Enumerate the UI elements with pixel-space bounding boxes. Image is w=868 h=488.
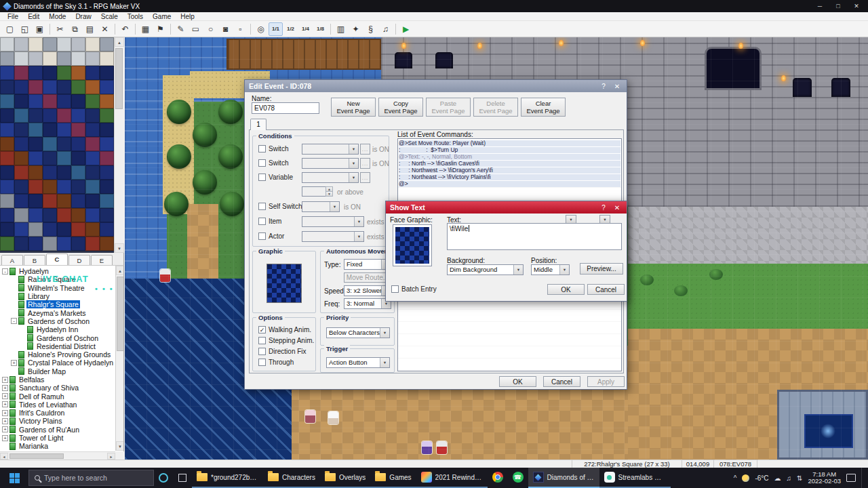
paste-event-page-button[interactable]: PasteEvent Page — [426, 98, 471, 117]
ok-button[interactable]: OK — [499, 376, 536, 387]
palette-tile[interactable] — [28, 222, 43, 237]
movement-type-select[interactable]: Fixed▼ — [344, 259, 391, 270]
map-tree-item-builder-map[interactable]: Builder Map — [0, 367, 114, 375]
cloud-icon[interactable]: ☁ — [774, 474, 781, 482]
palette-tile[interactable] — [0, 208, 14, 222]
palette-tile[interactable] — [100, 237, 114, 251]
palette-tile[interactable] — [43, 180, 57, 194]
map-tree-item-azeyma-s-markets[interactable]: Azeyma's Markets — [0, 308, 114, 317]
menu-help[interactable]: Help — [176, 13, 199, 20]
collapse-icon[interactable]: - — [11, 318, 17, 324]
new-event-page-button[interactable]: NewEvent Page — [331, 98, 376, 117]
palette-tile[interactable] — [100, 180, 114, 194]
palette-tile[interactable] — [100, 165, 114, 180]
map-tree-item-gardens-of-ru-aun[interactable]: +Gardens of Ru'Aun — [0, 426, 114, 434]
event-command-line[interactable]: @> — [399, 181, 620, 187]
condition-variable-2-select[interactable]: ▼ — [302, 172, 359, 183]
palette-tile[interactable] — [85, 151, 100, 165]
map-tree-item-marianka[interactable]: Marianka — [0, 442, 114, 450]
palette-tile[interactable] — [0, 137, 14, 151]
condition-variable-2-browse-button[interactable]: ... — [360, 172, 370, 183]
help-icon[interactable]: ? — [598, 204, 609, 211]
palette-tile[interactable] — [43, 37, 57, 52]
menu-game[interactable]: Game — [148, 13, 176, 20]
palette-tile[interactable] — [0, 123, 14, 137]
map-tree-item-tides-of-leviathan[interactable]: +Tides of Leviathan — [0, 401, 114, 409]
palette-tile[interactable] — [0, 108, 14, 123]
palette-tile[interactable] — [0, 37, 14, 52]
collapse-icon[interactable]: - — [2, 268, 8, 274]
palette-tile[interactable] — [28, 208, 43, 222]
condition-variable-2-checkbox[interactable]: Variable — [258, 174, 293, 181]
palette-tile[interactable] — [85, 137, 100, 151]
map-tree-item-tower-of-light[interactable]: +Tower of Light — [0, 434, 114, 442]
palette-tile[interactable] — [100, 66, 114, 80]
option-through-checkbox[interactable]: Through — [258, 359, 294, 366]
menu-edit[interactable]: Edit — [23, 13, 44, 20]
palette-tile[interactable] — [71, 151, 85, 165]
palette-tile[interactable] — [100, 108, 114, 123]
tileset-tab-d[interactable]: D — [68, 255, 90, 265]
option-walking-anim-checkbox[interactable]: ✓Walking Anim. — [258, 326, 311, 333]
cut-icon[interactable]: ✂ — [53, 22, 67, 36]
tileset-tiles[interactable] — [0, 37, 114, 253]
menu-draw[interactable]: Draw — [71, 13, 96, 20]
palette-tile[interactable] — [14, 208, 28, 222]
menu-scale[interactable]: Scale — [96, 13, 123, 20]
event-name-input[interactable]: EV078 — [252, 102, 319, 114]
rectangle-icon[interactable]: ▭ — [189, 22, 203, 36]
palette-tile[interactable] — [100, 94, 114, 108]
clear-event-page-button[interactable]: ClearEvent Page — [521, 98, 566, 117]
task-view-button[interactable] — [173, 468, 192, 488]
palette-tile[interactable] — [57, 52, 71, 66]
palette-tile[interactable] — [43, 52, 57, 66]
palette-tile[interactable] — [0, 180, 14, 194]
palette-tile[interactable] — [28, 237, 43, 251]
face-graphic-preview[interactable] — [393, 224, 432, 266]
palette-tile[interactable] — [57, 165, 71, 180]
scale-1-1-icon[interactable]: 1/1 — [269, 22, 283, 36]
palette-tile[interactable] — [14, 194, 28, 208]
palette-tile[interactable] — [14, 123, 28, 137]
paste-icon[interactable]: ▤ — [83, 22, 97, 36]
palette-tile[interactable] — [57, 151, 71, 165]
expand-icon[interactable]: + — [2, 435, 8, 441]
palette-tile[interactable] — [71, 108, 85, 123]
palette-tile[interactable] — [57, 37, 71, 52]
palette-tile[interactable] — [28, 165, 43, 180]
palette-tile[interactable] — [57, 180, 71, 194]
palette-scrollbar[interactable]: ▲ ▼ — [114, 37, 124, 253]
apply-button[interactable]: Apply — [587, 376, 625, 387]
show-desktop-button[interactable] — [861, 468, 864, 488]
map-event-sprite[interactable] — [305, 410, 315, 423]
cortana-button[interactable] — [154, 468, 173, 488]
taskbar-explorer-overlays[interactable]: Overlays — [320, 468, 370, 488]
palette-tile[interactable] — [43, 222, 57, 237]
map-tree-item-gardens-of-oschon[interactable]: Gardens of Oschon — [0, 333, 114, 342]
palette-tile[interactable] — [71, 37, 85, 52]
condition-actor-6-checkbox[interactable]: Actor — [258, 232, 284, 240]
palette-tile[interactable] — [28, 180, 43, 194]
scale-1-4-icon[interactable]: 1/4 — [298, 22, 313, 36]
tileset-palette[interactable]: ▲ ▼ — [0, 37, 124, 253]
event-graphic-preview[interactable] — [267, 264, 302, 303]
palette-tile[interactable] — [57, 80, 71, 94]
palette-tile[interactable] — [14, 80, 28, 94]
palette-tile[interactable] — [43, 80, 57, 94]
notification-center-icon[interactable] — [846, 474, 856, 482]
palette-tile[interactable] — [14, 165, 28, 180]
taskbar-explorer-characters[interactable]: Characters — [263, 468, 320, 488]
event-command-line[interactable]: : : North --> \fiGaslin Caves\fi — [399, 161, 620, 167]
palette-tile[interactable] — [28, 137, 43, 151]
palette-tile[interactable] — [43, 123, 57, 137]
window-titlebar[interactable]: Diamonds of the Sky 3.1 - RPG Maker VX ─… — [0, 0, 868, 12]
condition-switch-0-select[interactable]: ▼ — [302, 144, 359, 155]
palette-tile[interactable] — [43, 237, 57, 251]
materials-icon[interactable]: ✦ — [349, 22, 363, 36]
palette-tile[interactable] — [0, 52, 14, 66]
palette-tile[interactable] — [71, 208, 85, 222]
network-icon[interactable]: ⇅ — [797, 474, 802, 482]
map-tree-item-victory-plains[interactable]: +Victory Plains — [0, 417, 114, 425]
select-icon[interactable]: ▫ — [233, 22, 248, 36]
cancel-button[interactable]: Cancel — [587, 284, 625, 295]
